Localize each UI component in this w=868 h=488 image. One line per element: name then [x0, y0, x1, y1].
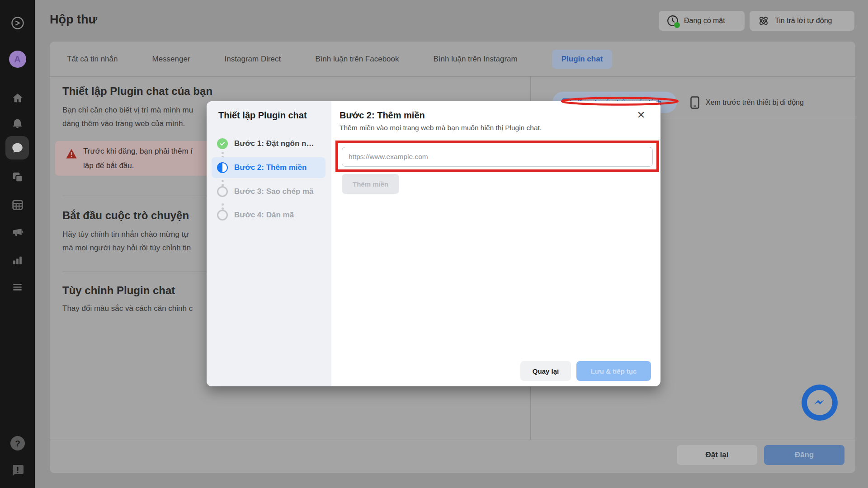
start-section-title: Bắt đầu cuộc trò chuyện: [62, 209, 189, 222]
megaphone-icon: [12, 226, 24, 238]
sidebar: A: [0, 0, 35, 488]
step-3-label: Bước 3: Sao chép mã: [234, 187, 314, 196]
annotation-scribble: [560, 96, 680, 107]
tab-messenger[interactable]: Messenger: [152, 55, 190, 64]
warning-line1: Trước khi đăng, bạn phải thêm í: [83, 147, 193, 156]
publish-button[interactable]: Đăng: [764, 445, 844, 465]
tab-facebook-comments[interactable]: Bình luận trên Facebook: [315, 55, 399, 64]
avatar-initial: A: [14, 54, 20, 65]
setup-section-line2: dàng thêm vào trang web của mình.: [62, 119, 185, 128]
feedback-icon: [11, 463, 24, 477]
start-section-line1: Hãy tùy chỉnh tin nhắn chào mừng tự: [62, 230, 189, 239]
warning-line2: lập để bắt đầu.: [83, 161, 134, 170]
messenger-icon: [807, 390, 832, 415]
availability-button[interactable]: Đang có mặt: [659, 11, 745, 31]
step-2-label: Bước 2: Thêm miền: [234, 163, 307, 172]
sidebar-item-ads[interactable]: [0, 226, 35, 238]
warning-icon: [66, 149, 77, 159]
page-title: Hộp thư: [50, 13, 97, 27]
auto-reply-button[interactable]: Tin trả lời tự động: [750, 11, 854, 31]
chat-bubble-icon: [11, 142, 24, 154]
calendar-icon: [12, 199, 24, 211]
availability-label: Đang có mặt: [684, 17, 725, 25]
step-1-item[interactable]: Bước 1: Đặt ngôn n…: [212, 133, 326, 154]
step-4-item[interactable]: Bước 4: Dán mã: [212, 205, 326, 225]
step-3-item[interactable]: Bước 3: Sao chép mã: [212, 181, 326, 202]
step-in-progress-icon: [217, 162, 228, 173]
sidebar-item-feedback[interactable]: [0, 463, 35, 477]
step-todo-icon: [217, 186, 228, 197]
annotation-highlight-box: [335, 141, 659, 172]
step-done-check-icon: [217, 138, 228, 149]
business-suite-logo-icon[interactable]: [0, 16, 35, 30]
help-icon: ?: [10, 436, 25, 451]
bar-chart-icon: [12, 254, 23, 266]
modal-subtitle: Thêm miền vào mọi trang web mà bạn muốn …: [340, 124, 542, 132]
clock-icon: [667, 15, 679, 27]
step-connector-dot: [222, 152, 224, 154]
mobile-preview-toggle[interactable]: Xem trước trên thiết bị di động: [690, 92, 804, 113]
tab-all-messages[interactable]: Tất cả tin nhắn: [67, 55, 118, 64]
mobile-preview-label: Xem trước trên thiết bị di động: [706, 99, 804, 107]
posts-icon: [12, 171, 24, 183]
modal-title: Bước 2: Thêm miền: [340, 110, 425, 121]
mobile-phone-icon: [690, 96, 699, 109]
save-continue-button[interactable]: Lưu & tiếp tục: [576, 361, 651, 381]
step-2-item-active[interactable]: Bước 2: Thêm miền: [212, 157, 326, 178]
start-section-line2: mà mọi người hay hỏi rồi tùy chỉnh tin: [62, 244, 191, 253]
home-icon: [12, 92, 24, 104]
setup-section-line1: Bạn chỉ cần cho biết vị trí mà mình mu: [62, 106, 193, 115]
modal-step-nav: Thiết lập Plugin chat Bước 1: Đặt ngôn n…: [207, 101, 331, 386]
step-1-label: Bước 1: Đặt ngôn n…: [234, 139, 314, 148]
menu-icon: [12, 282, 23, 293]
sidebar-item-content[interactable]: [0, 171, 35, 183]
sidebar-item-inbox-selected[interactable]: [5, 136, 29, 160]
avatar[interactable]: A: [0, 50, 35, 68]
online-status-dot: [674, 22, 680, 28]
setup-section-title: Thiết lập Plugin chat của bạn: [62, 85, 212, 98]
app-root: A: [0, 0, 868, 488]
tab-plugin-chat-selected[interactable]: Plugin chat: [552, 50, 613, 69]
messenger-plugin-badge[interactable]: [802, 385, 838, 421]
bell-icon: [12, 117, 23, 129]
customize-section-line1: Thay đổi màu sắc và cách căn chỉnh c: [62, 304, 193, 313]
close-icon[interactable]: ✕: [633, 108, 649, 123]
svg-text:?: ?: [15, 439, 20, 448]
sidebar-item-all-tools[interactable]: [0, 281, 35, 293]
footer-divider: [50, 440, 855, 440]
sidebar-item-insights[interactable]: [0, 254, 35, 266]
sidebar-item-home[interactable]: [0, 92, 35, 104]
step-todo-icon: [217, 210, 228, 221]
auto-reply-label: Tin trả lời tự động: [775, 17, 832, 25]
automation-icon: [758, 15, 769, 27]
add-domain-button[interactable]: Thêm miền: [342, 174, 399, 194]
reset-button[interactable]: Đặt lại: [677, 445, 757, 465]
customize-section-title: Tùy chỉnh Plugin chat: [62, 284, 175, 297]
tab-bar: Tất cả tin nhắn Messenger Instagram Dire…: [50, 42, 855, 77]
step-4-label: Bước 4: Dán mã: [234, 211, 294, 220]
tab-instagram-direct[interactable]: Instagram Direct: [225, 55, 281, 64]
sidebar-item-planner[interactable]: [0, 199, 35, 211]
sidebar-item-help[interactable]: ?: [0, 436, 35, 451]
back-button[interactable]: Quay lại: [520, 361, 571, 381]
tab-instagram-comments[interactable]: Bình luận trên Instagram: [434, 55, 518, 64]
sidebar-item-notifications[interactable]: [0, 117, 35, 129]
modal-nav-title: Thiết lập Plugin chat: [218, 110, 307, 121]
